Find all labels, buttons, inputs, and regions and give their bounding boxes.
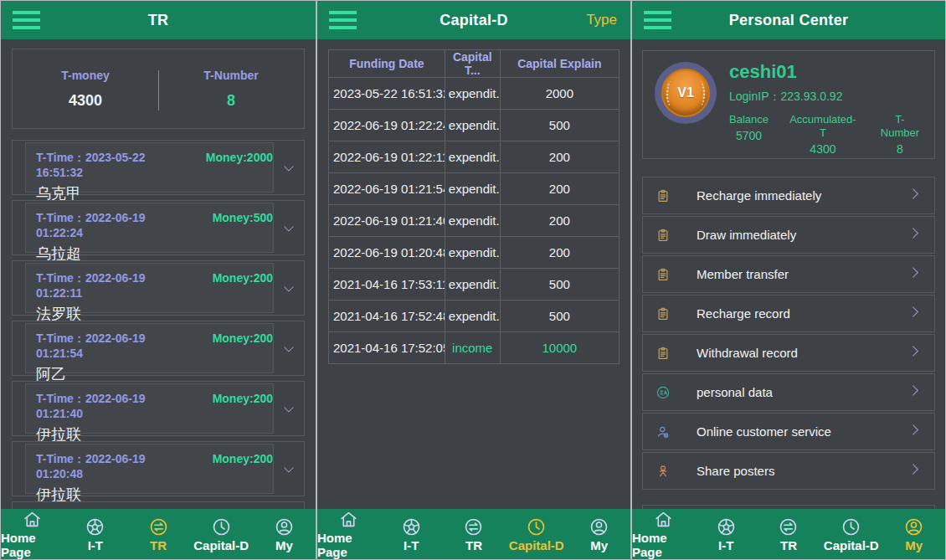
list-item-body: T-Time：2023-05-22 16:51:32 Money:2000 乌克… [25,142,274,193]
tr-record-list: T-Time：2023-05-22 16:51:32 Money:2000 乌克… [12,140,305,509]
chevron-down-icon[interactable] [281,281,296,300]
hamburger-menu-icon[interactable] [644,11,671,33]
table-row[interactable]: 2021-04-16 17:52:05 income 10000 [329,332,620,364]
list-item[interactable]: T-Time：2022-06-19 01:21:40 Money:200 伊拉联 [12,381,305,436]
money-value: Money:200 [213,452,273,465]
menu-item-share-posters[interactable]: Share posters [642,452,935,490]
tr-content: T-money 4300 T-Number 8 T-Time：2023-05-2… [1,39,316,509]
tab-home-page[interactable]: Home Page [632,509,695,559]
capital-content: Funding Date Capital T... Capital Explai… [317,39,630,509]
appbar-capital-d: Capital-D Type [317,1,630,39]
type-filter-button[interactable]: Type [586,12,617,28]
chevron-down-icon[interactable] [281,462,296,480]
money-value: Money:500 [213,211,273,224]
menu-item-draw-immediately[interactable]: Draw immediately [642,216,935,254]
transfer-arrows-icon [463,516,484,537]
personal-menu: Recharge immediately Draw immediately Me… [642,177,935,490]
stat-label: T-money [13,69,158,82]
tabbar: Home Page I-T TR Capital-D My [317,509,630,559]
soccer-ball-icon [716,516,737,537]
hamburger-menu-icon[interactable] [13,11,40,33]
stat-value: 8 [158,92,304,110]
menu-item-recharge-record[interactable]: Recharge record [642,295,935,332]
customer-service-icon [655,424,671,439]
chevron-right-icon [908,187,923,204]
chevron-down-icon[interactable] [281,161,296,179]
t-time-label: T-Time：2022-06-19 01:21:40 [36,392,179,420]
column-header: Funding Date [329,50,445,78]
list-item[interactable]: T-Time：2022-06-19 01:22:24 Money:500 乌拉超 [12,200,305,255]
list-item[interactable]: T-Time：2022-06-19 01:21:54 Money:200 阿乙 [12,321,305,376]
list-item-body: T-Time：2022-06-19 01:22:11 Money:200 法罗联 [25,263,274,313]
menu-item-recharge-immediately[interactable]: Recharge immediately [642,177,935,214]
home-icon [653,509,674,530]
tab-capital-d[interactable]: Capital-D [505,516,568,552]
table-row[interactable]: 2022-06-19 01:22:24 expendit... 500 [329,110,620,141]
list-item-body: T-Time：2022-06-19 01:22:24 Money:500 乌拉超 [25,203,274,253]
tab-my[interactable]: My [882,516,945,552]
chevron-right-icon [908,383,923,401]
table-row[interactable]: 2023-05-22 16:51:32 expendit... 2000 [329,78,620,110]
table-row[interactable]: 2021-04-16 17:52:48 expendit... 500 [329,301,620,332]
soccer-ball-icon [401,516,422,537]
menu-item-member-transfer[interactable]: Member transfer [642,255,935,293]
username: ceshi01 [729,61,923,83]
screen-personal-center: Personal Center V1 ceshi01 LoginIP：223.9… [631,0,946,560]
list-item-body: T-Time：2022-06-19 01:21:40 Money:200 伊拉联 [25,383,274,434]
chevron-down-icon[interactable] [281,221,296,239]
personal-content: V1 ceshi01 LoginIP：223.93.0.92 Balance 5… [632,39,945,509]
t-time-label: T-Time：2022-06-19 01:22:11 [36,271,179,300]
t-time-label: T-Time：2023-05-22 16:51:32 [36,151,172,179]
stat-t-money: T-money 4300 [13,69,158,110]
hamburger-menu-icon[interactable] [329,11,357,33]
chevron-down-icon[interactable] [281,402,296,420]
tab-tr[interactable]: TR [758,516,820,552]
table-header-row: Funding Date Capital T... Capital Explai… [329,50,620,78]
tab-my[interactable]: My [568,516,630,552]
tab-capital-d[interactable]: Capital-D [190,516,253,552]
money-value: Money:2000 [206,151,273,164]
funding-table: Funding Date Capital T... Capital Explai… [328,49,620,364]
tab-i-t[interactable]: I-T [380,516,443,552]
appbar-tr: TR [1,1,316,39]
vip-level-badge: V1 [661,69,710,117]
tab-home-page[interactable]: Home Page [1,509,64,559]
clock-icon [841,516,861,537]
table-row[interactable]: 2022-06-19 01:21:40 expendit... 200 [329,205,620,237]
menu-item-personal-data[interactable]: personal data [642,373,935,411]
table-row[interactable]: 2022-06-19 01:21:54 expendit... 200 [329,173,620,205]
menu-item-withdrawal-record[interactable]: Withdrawal record [642,334,935,372]
list-item-clipped[interactable] [12,501,305,509]
tab-tr[interactable]: TR [443,516,506,552]
profile-stats: Balance 5700 Accumulated-T 4300 T-Number… [729,113,923,156]
chevron-right-icon [908,462,923,480]
list-item[interactable]: T-Time：2023-05-22 16:51:32 Money:2000 乌克… [12,140,305,195]
table-row[interactable]: 2022-06-19 01:22:11 expendit... 200 [329,141,620,173]
home-icon [22,509,43,530]
tab-capital-d[interactable]: Capital-D [820,516,882,552]
money-value: Money:200 [213,271,273,285]
list-item[interactable]: T-Time：2022-06-19 01:20:48 Money:200 伊拉联 [12,441,305,496]
page-title: Capital-D [440,12,508,29]
tab-my[interactable]: My [253,516,316,552]
table-row[interactable]: 2022-06-19 01:20:48 expendit... 200 [329,237,620,269]
share-person-icon [655,464,671,479]
screen-tr: TR T-money 4300 T-Number 8 T-Time：2023-0… [0,0,316,560]
id-card-icon [655,385,671,400]
t-time-label: T-Time：2022-06-19 01:21:54 [36,331,179,360]
chevron-down-icon[interactable] [281,342,296,360]
menu-item-online-customer-service[interactable]: Online customer service [642,413,935,450]
avatar[interactable]: V1 [655,62,717,124]
money-value: Money:200 [213,392,273,405]
tab-tr[interactable]: TR [126,516,189,552]
list-item[interactable]: T-Time：2022-06-19 01:22:11 Money:200 法罗联 [12,260,305,316]
menu-item-clipped [642,505,935,509]
user-icon [589,516,609,537]
tab-i-t[interactable]: I-T [64,516,126,552]
login-ip: LoginIP：223.93.0.92 [729,90,923,105]
table-row[interactable]: 2021-04-16 17:53:11 expendit... 500 [329,269,620,301]
tr-stats-card: T-money 4300 T-Number 8 [12,49,305,129]
chevron-right-icon [908,423,923,440]
tab-home-page[interactable]: Home Page [317,509,380,559]
tab-i-t[interactable]: I-T [695,516,758,552]
